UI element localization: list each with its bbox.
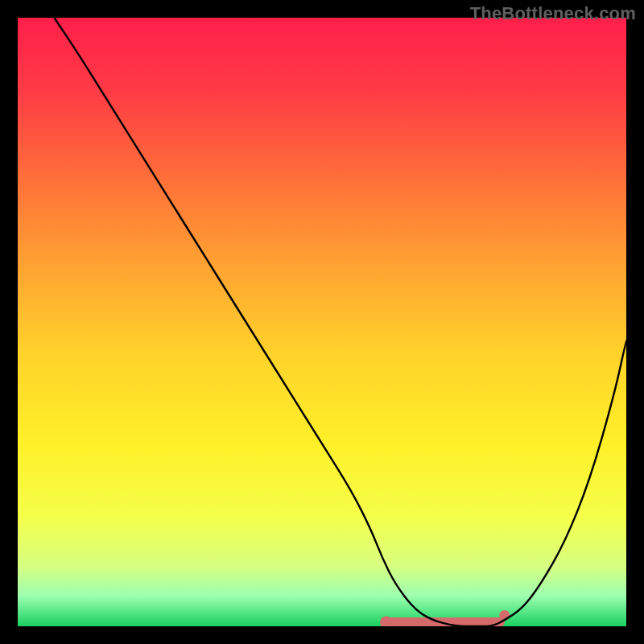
gradient-background	[18, 18, 626, 626]
plot-area	[18, 18, 626, 626]
watermark-text: TheBottleneck.com	[470, 3, 636, 24]
svg-rect-0	[383, 617, 505, 626]
chart-svg	[18, 18, 626, 626]
chart-frame: TheBottleneck.com	[0, 0, 644, 644]
